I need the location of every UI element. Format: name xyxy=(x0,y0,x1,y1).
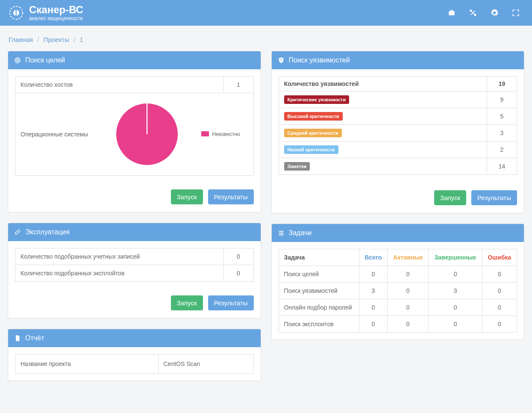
task-active: 0 xyxy=(388,299,429,316)
breadcrumb-separator: / xyxy=(73,36,75,43)
results-button[interactable]: Результаты xyxy=(208,295,254,310)
task-name: Поиск целей xyxy=(279,266,359,283)
exploit-count: 0 xyxy=(223,248,253,265)
task-active: 0 xyxy=(388,266,429,283)
report-value: CentOS Scan xyxy=(158,354,253,374)
breadcrumb-home[interactable]: Главная xyxy=(9,36,33,43)
list-icon xyxy=(278,230,285,236)
task-error: 0 xyxy=(482,299,517,316)
panel-title: Поиск уязвимостей xyxy=(289,56,350,64)
task-row: Поиск целей0000 xyxy=(279,266,517,283)
col-all: Всего xyxy=(359,249,387,266)
task-name: Поиск эксплоитов xyxy=(279,316,359,333)
task-done: 0 xyxy=(429,316,482,333)
vuln-total-count: 19 xyxy=(487,77,517,91)
document-icon xyxy=(14,335,21,342)
results-button[interactable]: Результаты xyxy=(471,190,517,205)
brand[interactable]: Сканер-ВС анализ защищенности xyxy=(9,4,83,21)
vuln-count: 5 xyxy=(487,108,517,125)
task-name: Онлайн подбор паролей xyxy=(279,299,359,316)
task-active: 0 xyxy=(388,316,429,333)
vuln-row: Критические уязвимости9 xyxy=(279,91,517,108)
task-all: 0 xyxy=(359,266,387,283)
targets-panel: Поиск целей Количество хостов 1 Операцио… xyxy=(8,51,261,212)
svg-rect-11 xyxy=(279,233,283,233)
brand-logo-icon xyxy=(9,5,24,21)
fullscreen-icon[interactable] xyxy=(511,9,520,17)
breadcrumb-separator: / xyxy=(37,36,39,43)
col-task: Задача xyxy=(279,249,359,266)
vuln-panel: Поиск уязвимостей Количество уязвимостей… xyxy=(271,51,525,213)
vuln-label[interactable]: Критические уязвимости xyxy=(279,91,487,108)
os-row: Операционные системы Неизвестно xyxy=(15,93,254,176)
vuln-row: Высокой критичности5 xyxy=(279,108,517,125)
legend-swatch xyxy=(201,131,209,136)
panel-title: Эксплуатация xyxy=(25,228,70,236)
task-all: 0 xyxy=(359,299,387,316)
exploit-label: Количество подобранных учетных записей xyxy=(15,248,224,265)
brand-title: Сканер-ВС xyxy=(29,4,83,15)
panel-title: Задачи xyxy=(289,229,312,237)
panel-title: Поиск целей xyxy=(25,56,65,64)
vuln-count: 3 xyxy=(487,125,517,142)
run-button[interactable]: Запуск xyxy=(434,190,466,205)
task-name: Поиск уязвимостей xyxy=(279,283,359,299)
task-error: 0 xyxy=(482,266,517,283)
hosts-count: 1 xyxy=(223,77,253,93)
report-panel: Отчёт Название проекта CentOS Scan xyxy=(8,329,261,381)
svg-point-7 xyxy=(17,60,18,60)
col-error: Ошибка xyxy=(482,249,517,266)
vuln-total-label: Количество уязвимостей xyxy=(279,77,487,91)
os-label: Операционные системы xyxy=(21,131,93,138)
task-row: Онлайн подбор паролей0000 xyxy=(279,299,517,316)
exploit-label: Количество подобранных эксплойтов xyxy=(15,265,224,282)
briefcase-icon[interactable] xyxy=(447,9,456,17)
panel-title: Отчёт xyxy=(25,334,44,342)
os-pie-chart xyxy=(113,100,181,168)
exploit-row: Количество подобранных эксплойтов0 xyxy=(15,265,254,282)
task-row: Поиск уязвимостей3030 xyxy=(279,283,517,299)
run-button[interactable]: Запуск xyxy=(171,295,203,310)
tools-icon[interactable] xyxy=(469,9,477,17)
task-done: 3 xyxy=(429,283,482,299)
breadcrumb: Главная / Проекты / 1 xyxy=(9,36,524,43)
col-done: Завершенные xyxy=(429,249,482,266)
gear-icon[interactable] xyxy=(490,9,499,17)
exploit-row: Количество подобранных учетных записей0 xyxy=(15,248,254,265)
task-row: Поиск эксплоитов0000 xyxy=(279,316,517,333)
vuln-count: 2 xyxy=(487,142,517,158)
run-button[interactable]: Запуск xyxy=(171,189,203,204)
navbar: Сканер-ВС анализ защищенности xyxy=(0,0,532,26)
vuln-row: Низкой критичности2 xyxy=(279,142,517,158)
link-icon xyxy=(14,229,21,236)
report-label: Название проекта xyxy=(15,354,159,374)
svg-rect-12 xyxy=(279,234,283,235)
breadcrumb-projects[interactable]: Проекты xyxy=(44,36,69,43)
col-active: Активные xyxy=(388,249,429,266)
brand-subtitle: анализ защищенности xyxy=(29,16,83,21)
tasks-panel: Задачи Задача Всего Активные Завершенные… xyxy=(271,224,525,340)
task-done: 0 xyxy=(429,266,482,283)
legend-unknown: Неизвестно xyxy=(212,131,240,137)
vuln-row: Заметки14 xyxy=(279,158,517,175)
task-done: 0 xyxy=(429,299,482,316)
task-error: 0 xyxy=(482,283,517,299)
task-all: 0 xyxy=(359,316,387,333)
vuln-count: 9 xyxy=(487,91,517,108)
results-button[interactable]: Результаты xyxy=(208,189,254,204)
shield-icon xyxy=(278,57,285,64)
target-icon xyxy=(14,57,21,64)
exploitation-panel: Эксплуатация Количество подобранных учет… xyxy=(8,223,261,319)
task-error: 0 xyxy=(482,316,517,333)
hosts-label: Количество хостов xyxy=(15,77,224,93)
vuln-label[interactable]: Высокой критичности xyxy=(279,108,487,125)
svg-point-4 xyxy=(474,14,476,15)
vuln-label[interactable]: Заметки xyxy=(279,158,487,175)
task-active: 0 xyxy=(388,283,429,299)
vuln-label[interactable]: Средней критичности xyxy=(279,125,487,142)
svg-point-3 xyxy=(470,10,471,11)
svg-rect-2 xyxy=(15,10,17,16)
vuln-row: Средней критичности3 xyxy=(279,125,517,142)
vuln-label[interactable]: Низкой критичности xyxy=(279,142,487,158)
task-all: 3 xyxy=(359,283,387,299)
